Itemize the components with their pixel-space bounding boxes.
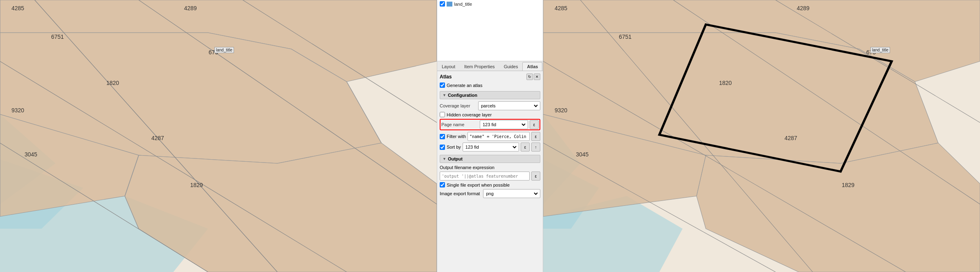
generate-atlas-label[interactable]: Generate an atlas [440,82,482,88]
land-title-label-right: land_title [870,47,890,53]
atlas-close-icon[interactable]: ✕ [534,74,540,80]
parcel-label-1820-right: 1820 [719,80,732,86]
atlas-content: Atlas ↻ ✕ Generate an atlas ▼ Configurat… [437,71,543,272]
output-filename-section: Output filename expression [440,165,540,170]
layer-name-land-title: land_title [454,2,472,7]
output-label: Output [448,156,463,161]
page-name-select-wrapper[interactable]: 123 fid [480,120,528,129]
filter-with-checkbox[interactable] [440,134,445,139]
right-map: 4285 4289 6751 675 1820 9320 4287 3045 1… [543,0,980,272]
atlas-header: Atlas ↻ ✕ [440,74,540,80]
parcel-label-4289-left: 4289 [184,5,197,11]
sort-by-select[interactable]: 123 fid [464,144,518,150]
properties-panel: land_title Layout Item Properties Guides… [437,0,543,272]
left-map-canvas: 4285 4289 6751 675 1820 9320 4287 3045 1… [0,0,437,272]
atlas-title: Atlas [440,74,452,80]
configuration-label: Configuration [448,93,477,98]
page-name-row: Page name 123 fid ε [440,119,540,130]
output-filename-expr-btn[interactable]: ε [531,172,540,181]
parcel-label-4285-right: 4285 [555,5,567,11]
single-file-export-checkbox[interactable] [440,182,445,187]
generate-atlas-text: Generate an atlas [447,83,482,88]
sort-by-select-wrapper[interactable]: 123 fid [463,143,519,152]
sort-by-row: Sort by 123 fid ε ↑ [440,143,540,152]
page-name-expr-btn[interactable]: ε [530,120,539,129]
generate-atlas-row: Generate an atlas [440,82,540,88]
tab-item-properties[interactable]: Item Properties [460,62,499,71]
parcel-label-1829-left: 1829 [190,182,203,188]
parcel-label-1829-right: 1829 [842,182,854,188]
parcel-label-6751-right: 6751 [619,33,632,40]
atlas-refresh-icon[interactable]: ↻ [526,74,533,80]
layer-icon-land-title [447,2,452,7]
filter-expr-btn[interactable]: ε [531,132,540,141]
tab-layout[interactable]: Layout [437,62,460,71]
parcel-label-9320-right: 9320 [555,107,567,114]
sort-by-order-btn[interactable]: ↑ [531,143,540,152]
output-arrow-icon: ▼ [443,157,446,161]
tab-guides[interactable]: Guides [499,62,523,71]
left-map: 4285 4289 6751 675 1820 9320 4287 3045 1… [0,0,437,272]
parcel-label-4287-right: 4287 [784,135,797,141]
filter-with-row: Filter with ε [440,132,540,141]
parcel-label-4287-left: 4287 [151,135,164,141]
parcel-label-3045-left: 3045 [25,151,37,158]
configuration-section-body: Coverage layer parcels Hidden coverage l… [440,101,540,152]
output-filename-label: Output filename expression [440,165,494,170]
layer-list: land_title [437,0,543,61]
sort-by-checkbox[interactable] [440,145,445,150]
filter-expression-input[interactable] [468,132,530,141]
right-map-canvas: 4285 4289 6751 675 1820 9320 4287 3045 1… [543,0,980,272]
atlas-header-icons: ↻ ✕ [526,74,540,80]
output-filename-input[interactable] [440,172,530,181]
hidden-coverage-layer-label: Hidden coverage layer [447,112,492,117]
filter-with-label: Filter with [447,134,466,139]
coverage-layer-select-wrapper[interactable]: parcels [478,101,540,110]
parcel-label-1820-left: 1820 [106,80,119,86]
parcel-label-3045-right: 3045 [576,151,589,158]
configuration-section-header[interactable]: ▼ Configuration [440,91,540,99]
left-map-svg [0,0,437,272]
single-file-export-row: Single file export when possible [440,182,540,187]
hidden-coverage-layer-checkbox[interactable] [440,112,445,117]
sort-by-label: Sort by [447,145,461,149]
page-name-select[interactable]: 123 fid [481,122,527,127]
coverage-layer-row: Coverage layer parcels [440,101,540,110]
page-name-label: Page name [441,122,478,127]
image-format-select-wrapper[interactable]: png [483,189,540,198]
single-file-export-label: Single file export when possible [447,183,510,187]
image-format-label: Image export format [440,191,480,196]
parcel-label-9320-left: 9320 [11,107,24,114]
image-format-row: Image export format png [440,189,540,198]
output-section-body: Output filename expression ε Single file… [440,165,540,198]
hidden-coverage-layer-row: Hidden coverage layer [440,112,540,117]
sort-by-expr-btn[interactable]: ε [521,143,530,152]
generate-atlas-checkbox[interactable] [440,82,445,88]
layer-item-land-title[interactable]: land_title [437,0,543,8]
parcel-label-4289-right: 4289 [797,5,809,11]
tabs-bar: Layout Item Properties Guides Atlas [437,61,543,71]
image-format-select[interactable]: png [484,191,539,196]
tab-atlas[interactable]: Atlas [522,62,542,71]
parcel-label-6751: 6751 [51,33,64,40]
output-section-header[interactable]: ▼ Output [440,155,540,163]
configuration-arrow-icon: ▼ [443,93,446,97]
output-filename-row: ε [440,172,540,181]
coverage-layer-select[interactable]: parcels [479,103,539,109]
coverage-layer-label: Coverage layer [440,103,477,108]
right-map-svg [543,0,980,272]
parcel-label-4285: 4285 [11,5,24,11]
layer-checkbox-land-title[interactable] [440,1,445,7]
land-title-label-left: land_title [214,47,234,53]
